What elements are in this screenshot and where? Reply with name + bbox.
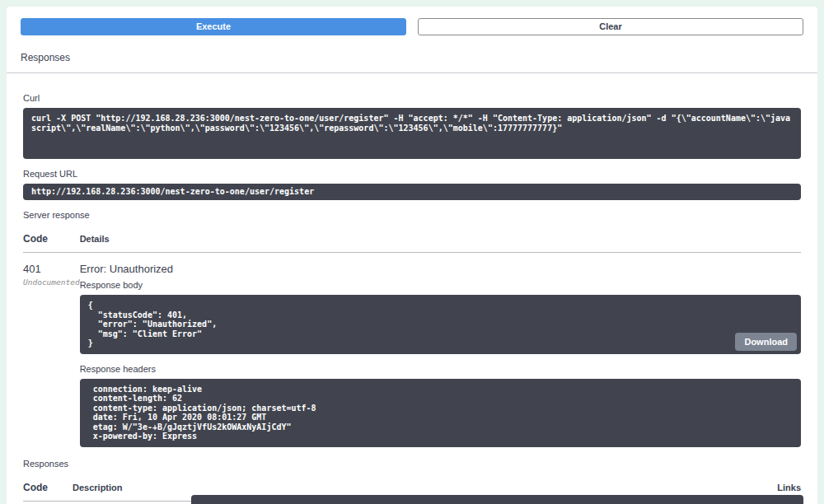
live-response-code-cell: 401 Undocumented (23, 253, 80, 452)
response-headers-label: Response headers (80, 364, 801, 375)
clear-button[interactable]: Clear (418, 18, 803, 35)
documented-row-code: 201 (23, 501, 73, 504)
curl-label: Curl (23, 93, 801, 104)
code-column-header: Code (23, 225, 80, 253)
response-status-code: 401 (23, 263, 80, 275)
curl-command-block[interactable]: curl -X POST "http://192.168.28.236:3000… (23, 108, 801, 159)
request-url-value: http://192.168.28.236:3000/nest-zero-to-… (23, 184, 801, 200)
documented-code-header: Code (23, 474, 73, 502)
live-response-details-cell: Error: Unauthorized Response body { "sta… (80, 253, 801, 452)
responses-section-body: Curl curl -X POST "http://192.168.28.236… (7, 73, 817, 504)
response-error-title: Error: Unauthorized (80, 263, 801, 275)
response-body-label: Response body (80, 280, 801, 291)
server-response-table: Code Details 401 Undocumented Error: Una… (23, 225, 801, 452)
api-response-panel: Execute Clear Responses Curl curl -X POS… (7, 7, 817, 504)
responses-section-title: Responses (7, 52, 817, 73)
truncated-next-code-block (191, 495, 803, 504)
response-body-block: { "statusCode": 401, "error": "Unauthori… (80, 295, 801, 354)
live-response-row: 401 Undocumented Error: Unauthorized Res… (23, 253, 801, 452)
server-response-table-header: Code Details (23, 225, 801, 253)
server-response-label: Server response (23, 210, 801, 221)
download-button[interactable]: Download (735, 333, 797, 351)
response-body-wrap: { "statusCode": 401, "error": "Unauthori… (80, 295, 801, 354)
details-column-header: Details (80, 225, 801, 253)
undocumented-label: Undocumented (23, 278, 80, 287)
response-headers-block: connection: keep-alive content-length: 6… (80, 379, 801, 447)
action-buttons-row: Execute Clear (7, 7, 817, 35)
documented-responses-label: Responses (23, 459, 801, 469)
execute-button[interactable]: Execute (21, 18, 406, 35)
request-url-label: Request URL (23, 169, 801, 180)
